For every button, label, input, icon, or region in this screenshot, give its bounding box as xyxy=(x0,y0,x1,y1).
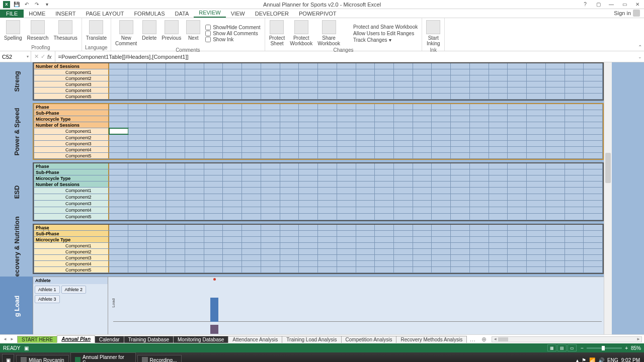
research-button[interactable]: Research xyxy=(25,19,51,45)
showall-checkbox[interactable] xyxy=(205,31,211,36)
showhide-comment-button[interactable]: Show/Hide Comment xyxy=(205,25,260,30)
cells[interactable] xyxy=(109,128,603,134)
cells[interactable] xyxy=(109,225,603,230)
cells[interactable] xyxy=(109,243,603,248)
cells[interactable] xyxy=(109,201,603,207)
ribbon-collapse-icon[interactable]: ⌃ xyxy=(638,44,642,50)
hscroll-right-icon[interactable]: ► xyxy=(635,337,641,341)
athlete-3-button[interactable]: Athlete 3 xyxy=(35,295,60,303)
cells[interactable] xyxy=(109,188,603,194)
zoom-slider[interactable] xyxy=(587,347,622,349)
cells[interactable] xyxy=(109,207,603,213)
cells[interactable] xyxy=(109,163,603,169)
translate-button[interactable]: Translate xyxy=(84,19,109,45)
cells[interactable] xyxy=(109,261,603,266)
hscroll-thumb[interactable] xyxy=(498,337,508,341)
next-comment-button[interactable]: Next xyxy=(184,19,202,47)
showink-checkbox[interactable] xyxy=(205,37,211,42)
add-sheet-icon[interactable]: ⊕ xyxy=(478,336,490,343)
fx-icon[interactable]: fx xyxy=(47,54,52,60)
taskbar-item-explorer[interactable]: Miljan Rovcanin xyxy=(16,355,69,362)
sheet-nav-prev-icon[interactable]: ◄ xyxy=(2,336,8,342)
tab-developer[interactable]: DEVELOPER xyxy=(250,10,294,18)
athlete-2-button[interactable]: Athlete 2 xyxy=(61,286,87,294)
cells[interactable] xyxy=(109,194,603,200)
cells[interactable] xyxy=(109,63,603,69)
tab-review[interactable]: REVIEW xyxy=(194,9,225,18)
cells[interactable] xyxy=(109,94,603,99)
close-icon[interactable]: ✕ xyxy=(631,0,644,9)
athlete-1-button[interactable]: Athlete 1 xyxy=(35,286,60,294)
thesaurus-button[interactable]: Thesaurus xyxy=(51,19,79,45)
athlete-slicer[interactable]: Athlete Athlete 1 Athlete 2 Athlete 3 xyxy=(33,277,108,334)
cells[interactable] xyxy=(109,122,603,128)
track-changes-button[interactable]: Track Changes ▾ xyxy=(345,37,418,43)
cells[interactable] xyxy=(109,87,603,93)
cells[interactable] xyxy=(109,110,603,116)
tray-volume-icon[interactable]: 🔊 xyxy=(598,357,604,363)
sheet-nav-next-icon[interactable]: ► xyxy=(9,336,15,342)
spelling-button[interactable]: Spelling xyxy=(2,19,24,45)
cells[interactable] xyxy=(109,169,603,175)
sheet-tab-competition[interactable]: Competition Analysis xyxy=(341,336,397,343)
redo-icon[interactable]: ↷ xyxy=(33,1,40,8)
tab-pagelayout[interactable]: PAGE LAYOUT xyxy=(80,10,129,18)
cells[interactable] xyxy=(109,182,603,187)
cells[interactable] xyxy=(109,267,603,273)
cells[interactable] xyxy=(109,116,603,122)
ribbon-display-icon[interactable]: ▢ xyxy=(592,0,605,9)
sheet-tab-attendance[interactable]: Attendance Analysis xyxy=(228,336,282,343)
sheet-tab-start[interactable]: START HERE xyxy=(17,336,57,343)
tab-powerpivot[interactable]: POWERPIVOT xyxy=(294,10,342,18)
zoom-out-icon[interactable]: − xyxy=(581,345,584,351)
taskbar-item-excel[interactable]: Annual Planner for S... xyxy=(70,352,136,362)
cells[interactable] xyxy=(109,69,603,75)
tray-lang[interactable]: ENG xyxy=(607,357,618,363)
sheet-tab-training-db[interactable]: Training Database xyxy=(124,336,174,343)
hscroll-left-icon[interactable]: ◄ xyxy=(492,337,498,341)
cells[interactable] xyxy=(109,141,603,146)
showink-button[interactable]: Show Ink xyxy=(205,37,260,42)
vertical-scrollbar[interactable] xyxy=(604,62,612,334)
cells[interactable] xyxy=(109,237,603,242)
tray-network-icon[interactable]: 📶 xyxy=(589,357,595,363)
cells[interactable] xyxy=(109,175,603,181)
tab-formulas[interactable]: FORMULAS xyxy=(129,10,170,18)
view-normal-icon[interactable]: ▦ xyxy=(547,344,556,351)
tab-data[interactable]: DATA xyxy=(170,10,194,18)
formula-expand-icon[interactable]: ⌄ xyxy=(636,54,644,59)
horizontal-scrollbar[interactable]: ◄ ► xyxy=(492,336,642,342)
sheet-tab-annual-plan[interactable]: Annual Plan xyxy=(57,335,95,343)
cells[interactable] xyxy=(109,255,603,260)
start-inking-button[interactable]: Start Inking xyxy=(424,19,442,47)
view-pagelayout-icon[interactable]: ▤ xyxy=(557,344,567,351)
tab-home[interactable]: HOME xyxy=(24,10,50,18)
minimize-icon[interactable]: — xyxy=(605,0,618,9)
cells[interactable] xyxy=(109,81,603,87)
showall-comments-button[interactable]: Show All Comments xyxy=(205,31,260,36)
new-comment-button[interactable]: New Comment xyxy=(113,19,139,47)
protect-sheet-button[interactable]: Protect Sheet xyxy=(267,19,287,47)
cells[interactable] xyxy=(109,147,603,152)
maximize-icon[interactable]: ▭ xyxy=(618,0,631,9)
sheet-tab-scroll-icon[interactable]: … xyxy=(466,336,478,343)
cells[interactable] xyxy=(109,214,603,220)
tray-up-icon[interactable]: ▴ xyxy=(576,357,579,363)
tab-file[interactable]: FILE xyxy=(0,10,24,18)
zoom-in-icon[interactable]: + xyxy=(625,345,628,351)
share-workbook-button[interactable]: Share Workbook xyxy=(315,19,342,47)
help-icon[interactable]: ? xyxy=(579,0,592,9)
cells[interactable] xyxy=(109,153,603,158)
taskbar-item-recording[interactable]: Recording... xyxy=(137,355,182,362)
cells[interactable] xyxy=(109,104,603,110)
worksheet-area[interactable]: ⬚ Streng Number of Sessions Component1 C… xyxy=(0,62,644,334)
tray-clock[interactable]: 9:02 PM xyxy=(621,357,640,363)
start-button[interactable]: ▣ xyxy=(2,354,14,362)
signin-link[interactable]: Sign in xyxy=(610,9,644,18)
protect-share-button[interactable]: Protect and Share Workbook xyxy=(345,24,418,30)
save-icon[interactable]: 💾 xyxy=(13,1,20,8)
tray-action-icon[interactable]: ⚑ xyxy=(582,357,586,363)
enter-formula-icon[interactable]: ✓ xyxy=(41,53,45,60)
protect-workbook-button[interactable]: Protect Workbook xyxy=(288,19,314,47)
sheet-tab-monitoring-db[interactable]: Monitoring Database xyxy=(173,336,228,343)
